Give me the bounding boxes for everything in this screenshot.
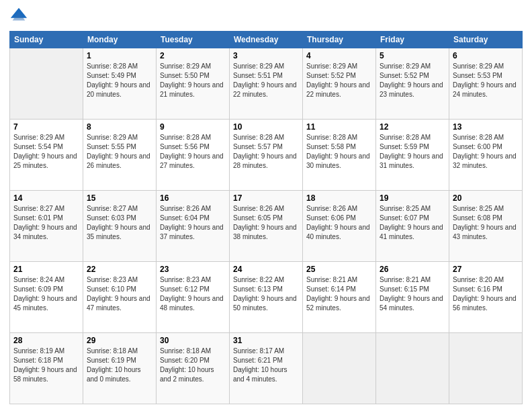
day-number: 16 — [160, 193, 226, 203]
day-number: 27 — [453, 265, 519, 274]
day-number: 18 — [306, 193, 372, 203]
day-info: Sunrise: 8:20 AMSunset: 6:16 PMDaylight:… — [453, 275, 519, 313]
day-info: Sunrise: 8:17 AMSunset: 6:21 PMDaylight:… — [233, 347, 299, 384]
day-info: Sunrise: 8:28 AMSunset: 5:57 PMDaylight:… — [233, 133, 299, 171]
calendar-day-cell: 3Sunrise: 8:29 AMSunset: 5:51 PMDaylight… — [230, 48, 303, 120]
calendar-table: SundayMondayTuesdayWednesdayThursdayFrid… — [9, 31, 523, 404]
calendar-day-cell — [376, 333, 449, 404]
calendar-day-cell: 23Sunrise: 8:23 AMSunset: 6:12 PMDayligh… — [157, 262, 230, 333]
day-number: 9 — [160, 122, 226, 132]
day-number: 4 — [306, 51, 372, 60]
day-info: Sunrise: 8:25 AMSunset: 6:08 PMDaylight:… — [453, 204, 519, 242]
calendar-day-cell: 17Sunrise: 8:26 AMSunset: 6:05 PMDayligh… — [230, 191, 303, 262]
day-info: Sunrise: 8:26 AMSunset: 6:04 PMDaylight:… — [160, 204, 226, 242]
calendar-day-cell: 7Sunrise: 8:29 AMSunset: 5:54 PMDaylight… — [10, 120, 83, 191]
day-info: Sunrise: 8:24 AMSunset: 6:09 PMDaylight:… — [13, 275, 79, 313]
calendar-day-cell: 22Sunrise: 8:23 AMSunset: 6:10 PMDayligh… — [83, 262, 157, 333]
day-number: 12 — [380, 122, 445, 132]
calendar-day-cell: 12Sunrise: 8:28 AMSunset: 5:59 PMDayligh… — [376, 120, 449, 191]
weekday-header-sunday: Sunday — [10, 32, 83, 48]
day-number: 2 — [160, 51, 226, 60]
day-number: 21 — [13, 265, 79, 274]
day-number: 8 — [87, 122, 152, 132]
day-number: 28 — [13, 336, 79, 345]
day-info: Sunrise: 8:23 AMSunset: 6:12 PMDaylight:… — [160, 275, 226, 313]
calendar-day-cell: 4Sunrise: 8:29 AMSunset: 5:52 PMDaylight… — [303, 48, 376, 120]
day-info: Sunrise: 8:29 AMSunset: 5:54 PMDaylight:… — [13, 133, 79, 171]
weekday-header-thursday: Thursday — [303, 32, 376, 48]
day-info: Sunrise: 8:29 AMSunset: 5:52 PMDaylight:… — [380, 62, 445, 99]
calendar-day-cell: 9Sunrise: 8:28 AMSunset: 5:56 PMDaylight… — [157, 120, 230, 191]
day-info: Sunrise: 8:27 AMSunset: 6:01 PMDaylight:… — [13, 204, 79, 242]
day-info: Sunrise: 8:26 AMSunset: 6:05 PMDaylight:… — [233, 204, 299, 242]
calendar-day-cell: 1Sunrise: 8:28 AMSunset: 5:49 PMDaylight… — [83, 48, 157, 120]
calendar-week-row: 21Sunrise: 8:24 AMSunset: 6:09 PMDayligh… — [10, 262, 523, 333]
day-number: 15 — [87, 193, 152, 203]
calendar-week-row: 1Sunrise: 8:28 AMSunset: 5:49 PMDaylight… — [10, 48, 523, 120]
calendar-day-cell: 24Sunrise: 8:22 AMSunset: 6:13 PMDayligh… — [230, 262, 303, 333]
calendar-day-cell: 25Sunrise: 8:21 AMSunset: 6:14 PMDayligh… — [303, 262, 376, 333]
calendar-day-cell: 11Sunrise: 8:28 AMSunset: 5:58 PMDayligh… — [303, 120, 376, 191]
weekday-header-monday: Monday — [83, 32, 157, 48]
day-info: Sunrise: 8:21 AMSunset: 6:15 PMDaylight:… — [380, 275, 445, 313]
day-number: 6 — [453, 51, 519, 60]
weekday-header-wednesday: Wednesday — [230, 32, 303, 48]
logo-icon — [9, 7, 28, 26]
calendar-day-cell: 29Sunrise: 8:18 AMSunset: 6:19 PMDayligh… — [83, 333, 157, 404]
calendar-week-row: 7Sunrise: 8:29 AMSunset: 5:54 PMDaylight… — [10, 120, 523, 191]
calendar-day-cell: 14Sunrise: 8:27 AMSunset: 6:01 PMDayligh… — [10, 191, 83, 262]
day-number: 17 — [233, 193, 299, 203]
calendar-day-cell: 6Sunrise: 8:29 AMSunset: 5:53 PMDaylight… — [449, 48, 523, 120]
day-info: Sunrise: 8:23 AMSunset: 6:10 PMDaylight:… — [87, 275, 152, 313]
weekday-header-saturday: Saturday — [449, 32, 523, 48]
calendar-day-cell: 30Sunrise: 8:18 AMSunset: 6:20 PMDayligh… — [157, 333, 230, 404]
calendar-day-cell: 26Sunrise: 8:21 AMSunset: 6:15 PMDayligh… — [376, 262, 449, 333]
day-number: 20 — [453, 193, 519, 203]
calendar-day-cell: 5Sunrise: 8:29 AMSunset: 5:52 PMDaylight… — [376, 48, 449, 120]
weekday-header-friday: Friday — [376, 32, 449, 48]
calendar-day-cell: 15Sunrise: 8:27 AMSunset: 6:03 PMDayligh… — [83, 191, 157, 262]
day-number: 5 — [380, 51, 445, 60]
calendar-day-cell: 16Sunrise: 8:26 AMSunset: 6:04 PMDayligh… — [157, 191, 230, 262]
day-number: 22 — [87, 265, 152, 274]
logo — [9, 7, 31, 26]
calendar-day-cell: 2Sunrise: 8:29 AMSunset: 5:50 PMDaylight… — [157, 48, 230, 120]
day-info: Sunrise: 8:22 AMSunset: 6:13 PMDaylight:… — [233, 275, 299, 313]
day-number: 30 — [160, 336, 226, 345]
day-info: Sunrise: 8:29 AMSunset: 5:52 PMDaylight:… — [306, 62, 372, 99]
day-number: 3 — [233, 51, 299, 60]
day-number: 23 — [160, 265, 226, 274]
calendar-day-cell — [449, 333, 523, 404]
day-number: 11 — [306, 122, 372, 132]
day-info: Sunrise: 8:28 AMSunset: 5:49 PMDaylight:… — [87, 62, 152, 99]
day-info: Sunrise: 8:26 AMSunset: 6:06 PMDaylight:… — [306, 204, 372, 242]
calendar-week-row: 28Sunrise: 8:19 AMSunset: 6:18 PMDayligh… — [10, 333, 523, 404]
day-number: 14 — [13, 193, 79, 203]
calendar-day-cell: 20Sunrise: 8:25 AMSunset: 6:08 PMDayligh… — [449, 191, 523, 262]
calendar-day-cell: 18Sunrise: 8:26 AMSunset: 6:06 PMDayligh… — [303, 191, 376, 262]
calendar-day-cell: 21Sunrise: 8:24 AMSunset: 6:09 PMDayligh… — [10, 262, 83, 333]
day-info: Sunrise: 8:18 AMSunset: 6:19 PMDaylight:… — [87, 347, 152, 384]
calendar-day-cell: 28Sunrise: 8:19 AMSunset: 6:18 PMDayligh… — [10, 333, 83, 404]
day-info: Sunrise: 8:28 AMSunset: 6:00 PMDaylight:… — [453, 133, 519, 171]
day-info: Sunrise: 8:21 AMSunset: 6:14 PMDaylight:… — [306, 275, 372, 313]
day-info: Sunrise: 8:27 AMSunset: 6:03 PMDaylight:… — [87, 204, 152, 242]
day-info: Sunrise: 8:28 AMSunset: 5:59 PMDaylight:… — [380, 133, 445, 171]
calendar-day-cell: 10Sunrise: 8:28 AMSunset: 5:57 PMDayligh… — [230, 120, 303, 191]
calendar-day-cell: 8Sunrise: 8:29 AMSunset: 5:55 PMDaylight… — [83, 120, 157, 191]
day-number: 31 — [233, 336, 299, 345]
day-number: 19 — [380, 193, 445, 203]
calendar-day-cell: 31Sunrise: 8:17 AMSunset: 6:21 PMDayligh… — [230, 333, 303, 404]
day-number: 13 — [453, 122, 519, 132]
day-info: Sunrise: 8:29 AMSunset: 5:55 PMDaylight:… — [87, 133, 152, 171]
day-info: Sunrise: 8:29 AMSunset: 5:51 PMDaylight:… — [233, 62, 299, 99]
header — [9, 7, 523, 26]
weekday-header-row: SundayMondayTuesdayWednesdayThursdayFrid… — [10, 32, 523, 48]
day-number: 1 — [87, 51, 152, 60]
day-info: Sunrise: 8:18 AMSunset: 6:20 PMDaylight:… — [160, 347, 226, 384]
calendar-day-cell: 13Sunrise: 8:28 AMSunset: 6:00 PMDayligh… — [449, 120, 523, 191]
calendar-container: SundayMondayTuesdayWednesdayThursdayFrid… — [0, 0, 532, 411]
day-info: Sunrise: 8:19 AMSunset: 6:18 PMDaylight:… — [13, 347, 79, 384]
day-info: Sunrise: 8:28 AMSunset: 5:56 PMDaylight:… — [160, 133, 226, 171]
day-number: 24 — [233, 265, 299, 274]
